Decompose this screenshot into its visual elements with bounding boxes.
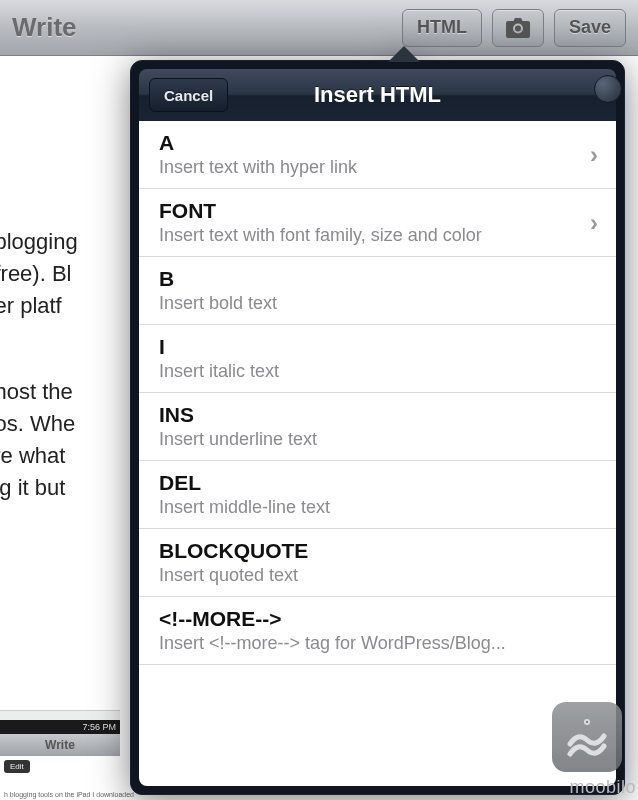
app-badge-icon	[564, 714, 610, 760]
list-item-text: DELInsert middle-line text	[159, 471, 598, 518]
html-button[interactable]: HTML	[402, 9, 482, 47]
thumbnail-time: 7:56 PM	[82, 722, 116, 732]
html-tag-list[interactable]: AInsert text with hyper link›FONTInsert …	[139, 121, 616, 786]
list-item-text: <!--MORE-->Insert <!--more--> tag for Wo…	[159, 607, 598, 654]
list-item-subtitle: Insert text with hyper link	[159, 157, 580, 178]
thumbnail-toolbar: Write	[0, 734, 120, 756]
save-button[interactable]: Save	[554, 9, 626, 47]
doc-fragment-2: to host the deos. Whe sure what ning it …	[0, 376, 150, 504]
list-item[interactable]: IInsert italic text	[139, 325, 616, 393]
main-toolbar: Write HTML Save	[0, 0, 638, 56]
list-item[interactable]: FONTInsert text with font family, size a…	[139, 189, 616, 257]
chevron-right-icon: ›	[580, 209, 598, 237]
camera-icon	[506, 18, 530, 38]
list-item-title: I	[159, 335, 598, 359]
screenshot-thumbnail: 7:56 PM Write Edit h blogging tools on t…	[0, 720, 120, 800]
list-item[interactable]: INSInsert underline text	[139, 393, 616, 461]
list-item-text: BLOCKQUOTEInsert quoted text	[159, 539, 598, 586]
list-item-title: FONT	[159, 199, 580, 223]
list-item-title: INS	[159, 403, 598, 427]
list-item-text: BInsert bold text	[159, 267, 598, 314]
watermark-text: moobilo	[569, 777, 636, 798]
camera-button[interactable]	[492, 9, 544, 47]
list-item-title: BLOCKQUOTE	[159, 539, 598, 563]
popover-arrow	[388, 46, 420, 62]
list-item-subtitle: Insert italic text	[159, 361, 598, 382]
list-item[interactable]: AInsert text with hyper link›	[139, 121, 616, 189]
list-item-text: IInsert italic text	[159, 335, 598, 382]
list-item-title: <!--MORE-->	[159, 607, 598, 631]
list-item-subtitle: Insert quoted text	[159, 565, 598, 586]
list-item[interactable]: <!--MORE-->Insert <!--more--> tag for Wo…	[139, 597, 616, 665]
thumbnail-statusbar: 7:56 PM	[0, 720, 120, 734]
list-item-text: FONTInsert text with font family, size a…	[159, 199, 580, 246]
list-item-subtitle: Insert underline text	[159, 429, 598, 450]
chevron-right-icon: ›	[580, 141, 598, 169]
doc-fragment-1: th blogging s (free). Bl gger platf	[0, 226, 150, 322]
thumbnail-edit-badge: Edit	[4, 760, 30, 773]
list-item-subtitle: Insert middle-line text	[159, 497, 598, 518]
list-item[interactable]: BLOCKQUOTEInsert quoted text	[139, 529, 616, 597]
list-item-subtitle: Insert bold text	[159, 293, 598, 314]
list-item-title: DEL	[159, 471, 598, 495]
thumbnail-caption: h blogging tools on the iPad I downloade…	[4, 791, 134, 798]
list-item-subtitle: Insert <!--more--> tag for WordPress/Blo…	[159, 633, 598, 654]
list-item-title: A	[159, 131, 580, 155]
popover-navbar: Cancel Insert HTML	[139, 69, 616, 121]
list-item[interactable]: BInsert bold text	[139, 257, 616, 325]
popover-corner-handle[interactable]	[594, 75, 622, 103]
cancel-button[interactable]: Cancel	[149, 78, 228, 112]
thumbnail-body: Edit h blogging tools on the iPad I down…	[0, 756, 120, 800]
list-item-title: B	[159, 267, 598, 291]
svg-point-1	[586, 721, 588, 723]
list-item[interactable]: DELInsert middle-line text	[139, 461, 616, 529]
insert-html-popover: Cancel Insert HTML AInsert text with hyp…	[130, 60, 625, 795]
page-title: Write	[12, 12, 392, 43]
list-item-subtitle: Insert text with font family, size and c…	[159, 225, 580, 246]
app-badge	[552, 702, 622, 772]
list-item-text: INSInsert underline text	[159, 403, 598, 450]
list-item-text: AInsert text with hyper link	[159, 131, 580, 178]
popover-inner: Cancel Insert HTML AInsert text with hyp…	[130, 60, 625, 795]
